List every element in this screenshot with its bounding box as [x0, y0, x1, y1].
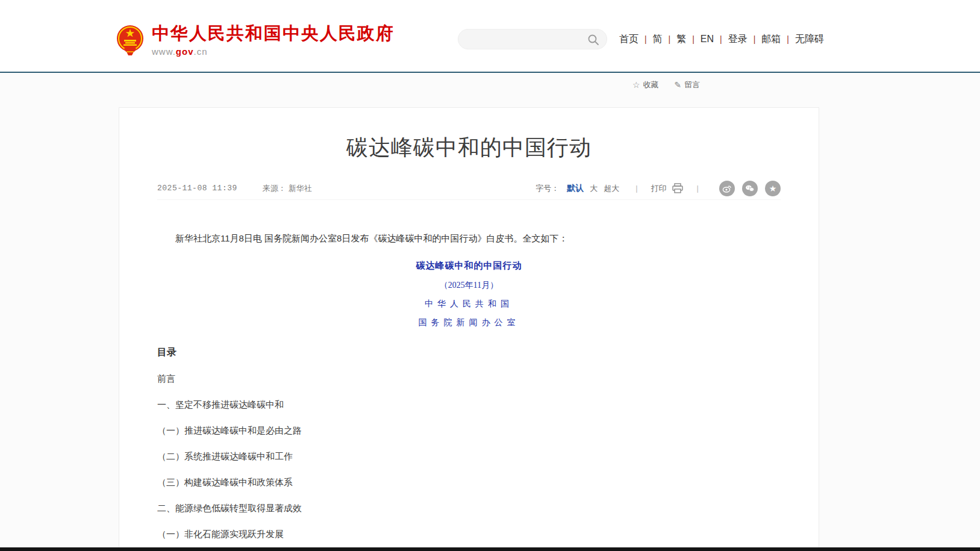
brand-text: 中华人民共和国中央人民政府 www.gov.cn [152, 24, 395, 57]
source-value[interactable]: 新华社 [289, 183, 312, 194]
search-icon[interactable] [587, 34, 599, 46]
star-outline-icon: ☆ [632, 80, 640, 90]
article-meta-row: 2025-11-08 11:39 来源： 新华社 字号： 默认 大 超大 | 打… [157, 184, 781, 200]
wechat-icon [745, 184, 755, 193]
nav-separator: | [787, 34, 789, 44]
share-wechat-button[interactable] [742, 181, 758, 196]
document-org-line2: 国务院新闻办公室 [119, 317, 819, 328]
font-size-default-button[interactable]: 默认 [567, 183, 584, 194]
document-org-line1: 中华人民共和国 [119, 299, 819, 310]
article-meta-right: 字号： 默认 大 超大 | 打印 | [535, 181, 781, 196]
document-title: 碳达峰碳中和的中国行动 [119, 260, 819, 272]
share-qzone-button[interactable]: ★ [765, 181, 781, 196]
toc-title: 目录 [157, 346, 781, 359]
print-button[interactable]: 打印 [651, 183, 684, 194]
toc-item-1[interactable]: 一、坚定不移推进碳达峰碳中和 [157, 398, 781, 411]
page: 中华人民共和国中央人民政府 www.gov.cn 首页 | 简 | 繁 | EN [0, 0, 980, 551]
site-header: 中华人民共和国中央人民政府 www.gov.cn 首页 | 简 | 繁 | EN [0, 0, 980, 73]
nav-home[interactable]: 首页 [618, 33, 640, 46]
toc-item-1-2[interactable]: （二）系统推进碳达峰碳中和工作 [157, 450, 781, 463]
share-weibo-button[interactable] [719, 181, 735, 196]
pencil-icon: ✎ [675, 80, 682, 90]
nav-english[interactable]: EN [699, 34, 715, 45]
search-box[interactable] [458, 29, 607, 49]
nav-separator: | [754, 34, 756, 44]
message-button[interactable]: ✎ 留言 [675, 79, 701, 90]
nav-simplified[interactable]: 简 [652, 33, 664, 46]
nav-separator: | [669, 34, 671, 44]
document-heading: 碳达峰碳中和的中国行动 （2025年11月） 中华人民共和国 国务院新闻办公室 [119, 260, 819, 328]
site-url[interactable]: www.gov.cn [152, 46, 395, 57]
url-prefix: www. [152, 46, 176, 57]
article-card: 碳达峰碳中和的中国行动 2025-11-08 11:39 来源： 新华社 字号：… [119, 107, 819, 551]
toc-item-2-1[interactable]: （一）非化石能源实现跃升发展 [157, 528, 781, 541]
favorite-button[interactable]: ☆ 收藏 [632, 79, 659, 90]
weibo-icon [722, 184, 732, 193]
nav-traditional[interactable]: 繁 [675, 33, 687, 46]
message-label: 留言 [684, 79, 700, 90]
top-nav: 首页 | 简 | 繁 | EN | 登录 | 邮箱 | 无障碍 [618, 33, 825, 46]
bottom-strip [0, 547, 980, 551]
divider: | [635, 184, 637, 193]
toc-item-preface[interactable]: 前言 [157, 372, 781, 385]
favorite-label: 收藏 [643, 79, 659, 90]
publish-date: 2025-11-08 11:39 [157, 184, 237, 193]
article-meta-left: 2025-11-08 11:39 来源： 新华社 [157, 183, 312, 194]
national-emblem-logo [116, 24, 145, 59]
toc-item-1-3[interactable]: （三）构建碳达峰碳中和政策体系 [157, 476, 781, 489]
url-gov: gov [176, 46, 194, 57]
table-of-contents: 前言 一、坚定不移推进碳达峰碳中和 （一）推进碳达峰碳中和是必由之路 （二）系统… [157, 372, 781, 541]
font-size-xlarge-button[interactable]: 超大 [604, 183, 619, 194]
star-icon: ★ [769, 184, 777, 193]
site-title: 中华人民共和国中央人民政府 [152, 24, 395, 43]
article-title: 碳达峰碳中和的中国行动 [119, 133, 819, 163]
nav-separator: | [644, 34, 647, 44]
nav-separator: | [720, 34, 722, 44]
toc-item-1-1[interactable]: （一）推进碳达峰碳中和是必由之路 [157, 424, 781, 437]
url-suffix: .cn [194, 46, 208, 57]
print-label: 打印 [651, 183, 667, 194]
toc-item-2[interactable]: 二、能源绿色低碳转型取得显著成效 [157, 502, 781, 515]
font-size-label: 字号： [535, 183, 559, 194]
divider: | [697, 184, 699, 193]
quick-links: ☆ 收藏 ✎ 留言 [632, 79, 716, 90]
font-size-large-button[interactable]: 大 [590, 183, 598, 194]
source-label: 来源： [263, 183, 286, 194]
lead-paragraph: 新华社北京11月8日电 国务院新闻办公室8日发布《碳达峰碳中和的中国行动》白皮书… [157, 231, 781, 246]
share-icons: ★ [712, 181, 781, 196]
search-input[interactable] [468, 30, 582, 49]
document-date: （2025年11月） [119, 280, 819, 291]
nav-accessibility[interactable]: 无障碍 [794, 33, 825, 46]
nav-mail[interactable]: 邮箱 [760, 33, 782, 46]
printer-icon [672, 183, 684, 194]
nav-separator: | [692, 34, 694, 44]
header-right: 首页 | 简 | 繁 | EN | 登录 | 邮箱 | 无障碍 [458, 29, 825, 49]
site-brand[interactable]: 中华人民共和国中央人民政府 www.gov.cn [116, 24, 395, 59]
nav-login[interactable]: 登录 [727, 33, 749, 46]
